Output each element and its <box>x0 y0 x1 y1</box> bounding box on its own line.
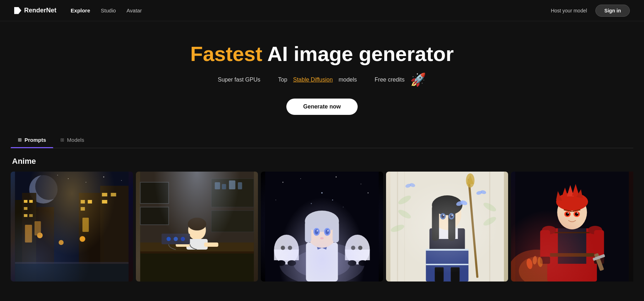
svg-point-135 <box>511 250 565 282</box>
svg-point-22 <box>79 236 85 242</box>
svg-point-50 <box>174 237 178 241</box>
svg-rect-40 <box>140 250 254 282</box>
svg-rect-17 <box>111 193 116 196</box>
svg-point-164 <box>526 258 533 269</box>
signin-button[interactable]: Sign in <box>595 5 630 17</box>
svg-rect-10 <box>24 207 27 210</box>
svg-rect-37 <box>211 211 254 232</box>
svg-point-95 <box>317 230 318 232</box>
svg-rect-117 <box>451 267 459 282</box>
svg-point-30 <box>121 180 122 181</box>
svg-rect-14 <box>88 200 92 204</box>
nav-link-explore[interactable]: Explore <box>71 7 90 13</box>
anime-ghost-svg <box>261 172 383 282</box>
hero-subtitle-models: models <box>338 77 357 83</box>
image-card-anime-warrior[interactable] <box>386 172 508 282</box>
svg-rect-33 <box>169 172 225 174</box>
image-card-anime-room[interactable] <box>136 172 258 282</box>
svg-point-165 <box>533 256 538 264</box>
svg-rect-18 <box>102 200 107 204</box>
svg-rect-55 <box>238 182 242 189</box>
svg-point-92 <box>324 228 330 236</box>
stable-diffusion-link[interactable]: Stable Diffusion <box>293 77 333 83</box>
image-grid <box>11 172 633 282</box>
svg-marker-153 <box>572 184 579 196</box>
svg-rect-35 <box>140 172 254 250</box>
svg-marker-155 <box>556 191 562 201</box>
navbar: RenderNet Explore Studio Avatar Host you… <box>0 0 644 21</box>
svg-point-123 <box>456 200 464 207</box>
svg-point-89 <box>309 223 320 230</box>
svg-point-72 <box>287 260 296 266</box>
nav-link-studio[interactable]: Studio <box>101 7 116 13</box>
svg-rect-52 <box>215 182 220 189</box>
svg-rect-7 <box>100 186 128 282</box>
svg-rect-5 <box>36 207 54 282</box>
svg-point-80 <box>358 246 362 250</box>
svg-rect-138 <box>571 245 589 276</box>
svg-marker-133 <box>467 175 474 184</box>
anime-city-svg <box>11 172 133 282</box>
host-model-link[interactable]: Host your model <box>551 8 587 13</box>
svg-rect-4 <box>22 193 36 282</box>
svg-point-124 <box>460 200 468 206</box>
anime-fighter-svg <box>511 172 633 282</box>
svg-point-108 <box>409 182 415 188</box>
hero-subtitle-credits: Free credits 🚀 <box>375 72 426 87</box>
svg-point-31 <box>57 175 58 175</box>
svg-marker-84 <box>322 245 327 250</box>
svg-rect-12 <box>29 214 33 217</box>
svg-rect-134 <box>516 172 629 282</box>
svg-point-127 <box>441 214 444 218</box>
svg-point-44 <box>188 218 206 230</box>
svg-point-103 <box>390 223 405 233</box>
svg-point-110 <box>480 190 486 195</box>
svg-rect-163 <box>593 254 605 261</box>
hero-title-fastest: Fastest <box>190 42 262 65</box>
image-card-anime-ghost[interactable] <box>261 172 383 282</box>
svg-point-75 <box>345 235 370 264</box>
image-card-anime-city[interactable] <box>11 172 133 282</box>
svg-point-107 <box>405 183 411 188</box>
svg-point-156 <box>565 211 571 217</box>
tab-models[interactable]: ⊞ Models <box>53 133 91 148</box>
generate-button[interactable]: Generate now <box>286 99 358 115</box>
svg-point-28 <box>86 182 86 183</box>
svg-rect-115 <box>426 264 468 265</box>
svg-rect-26 <box>82 218 89 232</box>
svg-rect-142 <box>555 232 590 233</box>
image-card-anime-fighter[interactable] <box>511 172 633 282</box>
svg-rect-76 <box>345 250 370 260</box>
svg-point-149 <box>557 195 587 229</box>
svg-point-58 <box>293 250 350 278</box>
svg-point-128 <box>450 214 453 218</box>
svg-point-62 <box>360 184 361 184</box>
svg-rect-42 <box>140 251 254 253</box>
hero-title-rest: AI image generator <box>262 42 453 65</box>
nav-link-avatar[interactable]: Avatar <box>127 7 142 13</box>
hero-title: Fastest AI image generator <box>190 43 453 65</box>
svg-point-130 <box>451 214 453 216</box>
svg-point-129 <box>443 214 444 216</box>
svg-rect-116 <box>435 267 444 282</box>
svg-point-122 <box>437 208 444 213</box>
logo[interactable]: RenderNet <box>14 7 56 14</box>
svg-point-73 <box>281 246 285 250</box>
svg-rect-56 <box>265 172 379 282</box>
svg-point-90 <box>324 223 334 230</box>
svg-point-66 <box>311 203 312 204</box>
svg-point-161 <box>577 212 578 214</box>
content-section: ⊞ Prompts ⊞ Models Anime <box>0 133 644 282</box>
svg-point-61 <box>336 176 337 177</box>
hero-subtitle-sd: Top Stable Diffusion models <box>278 77 357 83</box>
svg-rect-48 <box>161 234 190 244</box>
section-heading: Anime <box>11 157 633 166</box>
svg-point-136 <box>519 257 555 282</box>
svg-rect-32 <box>140 172 254 282</box>
hero-section: Fastest AI image generator Super fast GP… <box>0 21 644 133</box>
svg-rect-15 <box>81 207 85 211</box>
tab-prompts[interactable]: ⊞ Prompts <box>11 133 53 148</box>
svg-point-91 <box>313 228 320 236</box>
svg-point-126 <box>448 213 454 219</box>
anime-warrior-svg <box>386 172 508 282</box>
